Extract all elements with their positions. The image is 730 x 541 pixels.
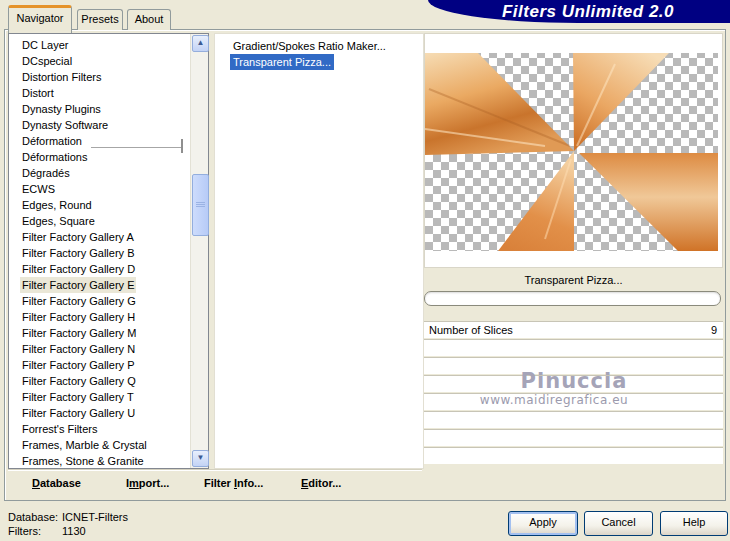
watermark-name: Pinuccia bbox=[454, 369, 694, 393]
database-toolbar: Database Import... Filter Info... Editor… bbox=[8, 470, 422, 498]
category-item[interactable]: Filter Factory Gallery B bbox=[9, 245, 191, 261]
category-item[interactable]: DCspecial bbox=[9, 53, 191, 69]
apply-button[interactable]: Apply bbox=[508, 511, 578, 536]
category-item[interactable]: Déformations bbox=[9, 149, 191, 165]
database-button[interactable]: Database bbox=[32, 477, 81, 489]
cancel-button[interactable]: Cancel bbox=[584, 511, 653, 536]
watermark-url: www.maidiregrafica.eu bbox=[434, 393, 674, 407]
filter-item[interactable]: Gradient/Spokes Ratio Maker... bbox=[215, 38, 423, 54]
scroll-down-icon[interactable]: ▼ bbox=[192, 450, 209, 467]
slices-slider[interactable] bbox=[424, 291, 721, 306]
scrollbar-grip-icon bbox=[196, 202, 205, 208]
scrollbar-thumb[interactable] bbox=[192, 174, 209, 236]
window-title: Filters Unlimited 2.0 bbox=[458, 0, 718, 23]
category-item[interactable]: Forrest's Filters bbox=[9, 421, 191, 437]
category-item[interactable]: Filter Factory Gallery U bbox=[9, 405, 191, 421]
category-item[interactable]: Frames, Stone & Granite bbox=[9, 453, 191, 468]
category-item[interactable]: Filter Factory Gallery T bbox=[9, 389, 191, 405]
filter-listbox: Gradient/Spokes Ratio Maker... Transpare… bbox=[214, 33, 424, 469]
category-item[interactable]: ECWS bbox=[9, 181, 191, 197]
category-item[interactable]: Distortion Filters bbox=[9, 69, 191, 85]
category-item[interactable]: Filter Factory Gallery M bbox=[9, 325, 191, 341]
category-item[interactable]: Filter Factory Gallery G bbox=[9, 293, 191, 309]
category-item[interactable]: Filter Factory Gallery N bbox=[9, 341, 191, 357]
scroll-up-icon[interactable]: ▲ bbox=[192, 35, 209, 52]
category-item[interactable]: Edges, Round bbox=[9, 197, 191, 213]
navigator-tab-page: DC Layer DCspecial Distortion Filters Di… bbox=[4, 29, 726, 501]
param-row-number-of-slices[interactable]: Number of Slices 9 bbox=[424, 322, 723, 338]
preview-canvas[interactable] bbox=[424, 33, 723, 268]
filter-info-button[interactable]: Filter Info... bbox=[204, 477, 263, 489]
category-item-selected[interactable]: Filter Factory Gallery E bbox=[9, 277, 191, 293]
category-item[interactable]: Distort bbox=[9, 85, 191, 101]
import-button[interactable]: Import... bbox=[126, 477, 169, 489]
filter-panel: Transparent Pizza... Number of Slices 9 … bbox=[424, 33, 723, 497]
filters-count-status: Filters: 1130 bbox=[8, 525, 228, 538]
param-label: Number of Slices bbox=[429, 322, 513, 338]
category-item[interactable]: Filter Factory Gallery Q bbox=[9, 373, 191, 389]
category-scrollbar[interactable]: ▲ ▼ bbox=[190, 34, 208, 468]
category-item[interactable]: Edges, Square bbox=[9, 213, 191, 229]
tab-presets[interactable]: Presets bbox=[77, 9, 123, 30]
tab-about[interactable]: About bbox=[127, 9, 171, 30]
database-status: Database: ICNET-Filters bbox=[8, 511, 228, 524]
category-item[interactable]: Filter Factory Gallery D bbox=[9, 261, 191, 277]
category-item[interactable]: Filter Factory Gallery H bbox=[9, 309, 191, 325]
category-item[interactable]: DC Layer bbox=[9, 37, 191, 53]
param-row-empty bbox=[424, 448, 723, 464]
param-row-empty bbox=[424, 412, 723, 428]
category-listbox: DC Layer DCspecial Distortion Filters Di… bbox=[8, 33, 209, 469]
filter-name-caption: Transparent Pizza... bbox=[424, 270, 723, 290]
param-row-empty bbox=[424, 430, 723, 446]
category-item[interactable]: Frames, Marble & Crystal bbox=[9, 437, 191, 453]
preview-image bbox=[425, 34, 722, 267]
category-item[interactable]: Filter Factory Gallery A bbox=[9, 229, 191, 245]
param-row-empty bbox=[424, 340, 723, 356]
tab-navigator[interactable]: Navigator bbox=[8, 5, 72, 33]
editor-button[interactable]: Editor... bbox=[301, 477, 341, 489]
stray-line-horizontal bbox=[91, 147, 182, 148]
category-item[interactable]: Dynasty Plugins bbox=[9, 101, 191, 117]
category-list: DC Layer DCspecial Distortion Filters Di… bbox=[9, 34, 191, 468]
filters-unlimited-dialog: Filters Unlimited 2.0 Navigator Presets … bbox=[0, 0, 730, 541]
category-item[interactable]: Dynasty Software bbox=[9, 117, 191, 133]
category-item[interactable]: Dégradés bbox=[9, 165, 191, 181]
category-item[interactable]: Filter Factory Gallery P bbox=[9, 357, 191, 373]
param-value: 9 bbox=[711, 322, 717, 338]
help-button[interactable]: Help bbox=[660, 511, 728, 536]
stray-line-tick bbox=[181, 139, 183, 153]
title-banner: Filters Unlimited 2.0 bbox=[428, 0, 730, 23]
filter-item-selected[interactable]: Transparent Pizza... bbox=[215, 54, 423, 70]
